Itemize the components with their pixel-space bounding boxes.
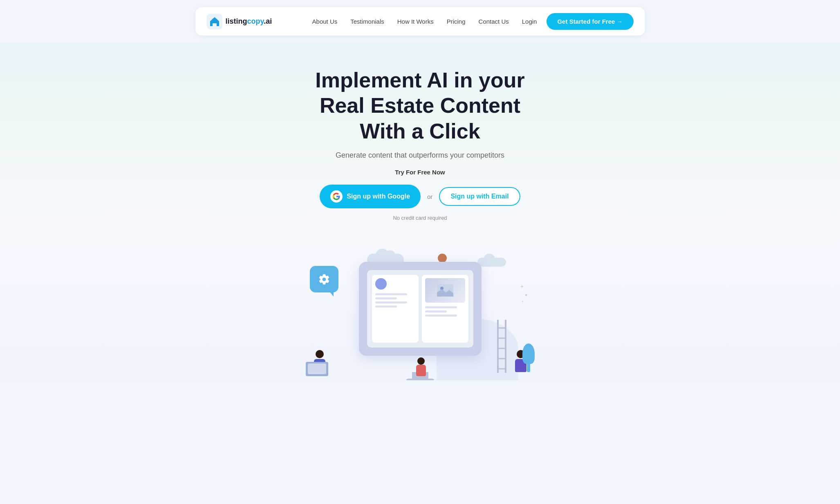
monitor-screen (367, 270, 473, 348)
card-avatar (375, 278, 387, 290)
gear-icon (318, 273, 330, 285)
or-divider: or (427, 193, 432, 200)
no-credit-card-label: No credit card required (8, 215, 832, 221)
card-image (425, 278, 465, 303)
hero-headline: Implement AI in your Real Estate Content… (277, 67, 563, 144)
google-icon (330, 190, 343, 203)
nav-contact[interactable]: Contact Us (479, 18, 509, 25)
logo-text: listingcopy.ai (226, 17, 272, 26)
speech-bubble (310, 266, 338, 292)
cta-buttons: Sign up with Google or Sign up with Emai… (8, 185, 832, 208)
tree-top (522, 343, 535, 364)
illustration: + ✦ ✦ (298, 250, 543, 380)
nav-testimonials[interactable]: Testimonials (350, 18, 384, 25)
monitor-base (406, 379, 435, 380)
hero-section: Implement AI in your Real Estate Content… (0, 43, 840, 237)
nav-login[interactable]: Login (522, 18, 537, 25)
cloud-right (477, 258, 506, 267)
card-line-5 (425, 306, 457, 308)
tree (522, 343, 535, 372)
content-card-left (372, 275, 419, 343)
navbar: listingcopy.ai About Us Testimonials How… (195, 7, 645, 36)
try-free-label: Try For Free Now (8, 169, 832, 176)
nav-links: About Us Testimonials How It Works Prici… (312, 18, 537, 25)
card-line-7 (425, 314, 457, 317)
tree-trunk (527, 362, 530, 372)
svg-text:+: + (520, 283, 524, 290)
get-started-button[interactable]: Get Started for Free → (547, 13, 633, 30)
nav-how-it-works[interactable]: How It Works (397, 18, 434, 25)
nav-about[interactable]: About Us (312, 18, 338, 25)
nav-pricing[interactable]: Pricing (447, 18, 466, 25)
illustration-section: + ✦ ✦ (0, 237, 840, 380)
signup-google-button[interactable]: Sign up with Google (320, 185, 421, 208)
card-line-6 (425, 310, 447, 312)
svg-text:✦: ✦ (524, 293, 528, 297)
sparkles: + ✦ ✦ (520, 282, 533, 303)
svg-text:✦: ✦ (521, 300, 524, 303)
person-left (314, 350, 325, 372)
logo-icon (207, 14, 222, 29)
logo-link[interactable]: listingcopy.ai (207, 14, 272, 29)
card-line-1 (375, 293, 407, 295)
signup-email-button[interactable]: Sign up with Email (439, 187, 520, 206)
content-card-right (422, 275, 468, 343)
hero-subtitle: Generate content that outperforms your c… (8, 151, 832, 160)
card-line-2 (375, 297, 397, 299)
card-line-3 (375, 301, 407, 303)
monitor (359, 262, 482, 356)
ladder (497, 320, 507, 373)
person-bottom (416, 357, 426, 376)
card-line-4 (375, 306, 397, 308)
